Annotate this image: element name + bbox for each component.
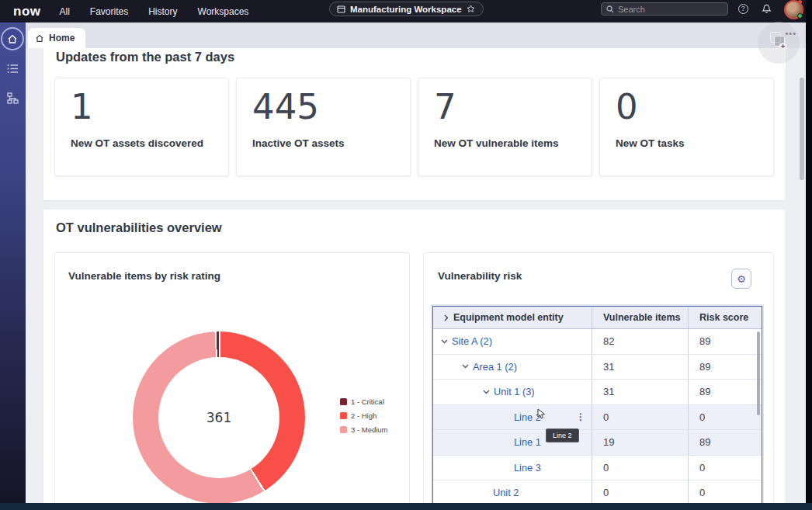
risk-table-body: Site A (2)8289Area 1 (2)3189Unit 1 (3)31…	[433, 329, 762, 506]
overview-section: OT vulnerabilities overview Vulnerable i…	[43, 210, 786, 510]
vulnerable-items-cell: 0	[592, 481, 688, 505]
vulnerable-items-cell: 31	[592, 380, 688, 404]
tab-overflow-menu[interactable]: •••	[785, 29, 796, 38]
nav-menu: AllFavoritesHistoryWorkspaces	[60, 6, 249, 17]
kebab-menu-icon[interactable]: ⋮	[576, 411, 585, 422]
risk-rating-chart-card: Vulnerable items by risk rating 361 1 - …	[54, 252, 410, 510]
risk-table-row: Line 11989	[433, 430, 762, 456]
top-nav: now AllFavoritesHistoryWorkspaces Manufa…	[0, 0, 812, 23]
stat-card[interactable]: 1New OT assets discovered	[54, 78, 229, 176]
sidebar-home-button[interactable]	[1, 27, 24, 50]
search-input[interactable]	[618, 5, 728, 14]
equipment-cell: Site A (2)	[433, 329, 592, 354]
risk-donut-chart[interactable]: 361	[133, 331, 305, 504]
stat-label: Inactive OT assets	[252, 137, 410, 149]
stat-card[interactable]: 0New OT tasks	[599, 78, 774, 176]
table-scrollbar[interactable]	[757, 331, 760, 415]
equipment-cell: Line 3	[433, 456, 592, 481]
row-tooltip: Line 2	[546, 428, 579, 442]
risk-score-cell: 89	[688, 329, 761, 354]
column-risk-score[interactable]: Risk score	[688, 307, 761, 328]
nav-item-workspaces[interactable]: Workspaces	[198, 6, 249, 17]
sidebar-hierarchy-icon[interactable]	[7, 92, 19, 107]
legend-label: 2 - High	[351, 411, 377, 420]
chevron-down-icon[interactable]	[462, 364, 469, 369]
vulnerable-items-cell: 31	[592, 355, 688, 380]
equipment-cell: Unit 2	[433, 481, 592, 505]
help-icon[interactable]: ?	[737, 2, 749, 15]
stat-value: 7	[434, 88, 592, 127]
tab-bar: Home •••	[26, 23, 806, 48]
app-window: now AllFavoritesHistoryWorkspaces Manufa…	[0, 0, 812, 510]
stat-card[interactable]: 7New OT vulnerable items	[418, 78, 592, 176]
nav-item-all[interactable]: All	[60, 6, 70, 17]
workspace-switcher[interactable]: Manufacturing Workspace	[329, 2, 484, 16]
equipment-link[interactable]: Unit 1 (3)	[494, 386, 535, 397]
equipment-link[interactable]: Area 1 (2)	[473, 361, 517, 373]
user-avatar[interactable]	[784, 0, 803, 19]
avatar-badge	[798, 0, 802, 4]
global-search[interactable]	[601, 2, 728, 16]
servicenow-logo[interactable]: now	[13, 4, 41, 19]
legend-swatch	[340, 426, 347, 433]
notifications-icon[interactable]	[760, 2, 772, 15]
overview-title: OT vulnerabilities overview	[56, 220, 222, 235]
column-equipment[interactable]: Equipment model entity	[433, 312, 592, 323]
equipment-link[interactable]: Line 2	[514, 411, 541, 423]
donut-total: 361	[206, 410, 231, 425]
nav-item-favorites[interactable]: Favorites	[90, 6, 128, 17]
tab-home[interactable]: Home	[28, 28, 85, 48]
equipment-link[interactable]: Line 3	[514, 462, 541, 474]
risk-card-title: Vulnerability risk	[438, 270, 522, 282]
vulnerable-items-cell: 19	[592, 430, 688, 455]
column-vulnerable-items[interactable]: Vulnerable items	[592, 307, 688, 328]
equipment-link[interactable]: Line 1	[514, 436, 541, 448]
risk-table-row: Area 1 (2)3189	[433, 355, 762, 380]
vulnerable-items-cell: 0	[592, 405, 688, 430]
gear-icon[interactable]: ⚙	[731, 269, 751, 289]
risk-table-row: Unit 1 (3)3189	[433, 380, 762, 405]
legend-swatch	[340, 398, 347, 405]
stat-value: 445	[252, 88, 410, 127]
stat-label: New OT assets discovered	[71, 137, 228, 149]
legend-swatch	[340, 412, 347, 419]
stat-value: 1	[71, 88, 228, 127]
donut-hole: 361	[158, 357, 279, 478]
favorite-star-icon[interactable]	[467, 5, 475, 13]
updates-title: Updates from the past 7 days	[56, 50, 234, 64]
risk-score-cell: 89	[688, 355, 761, 380]
risk-score-cell: 0	[688, 405, 761, 430]
legend-label: 1 - Critical	[351, 397, 384, 406]
screen-right-edge	[806, 0, 812, 510]
equipment-link[interactable]: Site A (2)	[452, 335, 492, 347]
vulnerable-items-cell: 82	[592, 329, 688, 354]
equipment-cell: Area 1 (2)	[433, 355, 592, 380]
chart-card-title: Vulnerable items by risk rating	[68, 270, 220, 282]
page-scrollbar[interactable]	[800, 78, 804, 180]
risk-table-row: Line 2⋮00	[433, 405, 762, 431]
chevron-down-icon[interactable]	[441, 339, 448, 344]
left-sidebar	[0, 23, 26, 510]
vulnerability-risk-card: Vulnerability risk ⚙ Equipment model ent…	[423, 252, 774, 510]
risk-score-cell: 0	[688, 456, 761, 481]
stat-value: 0	[616, 88, 773, 127]
legend-item: 1 - Critical	[340, 397, 388, 406]
tab-home-label: Home	[49, 33, 75, 43]
risk-table-row: Unit 200	[433, 481, 762, 506]
stat-card[interactable]: 445Inactive OT assets	[236, 78, 411, 176]
chevron-down-icon[interactable]	[483, 390, 490, 394]
sidebar-list-icon[interactable]	[7, 63, 19, 77]
chevron-right-icon	[444, 314, 449, 321]
risk-score-cell: 89	[688, 430, 761, 455]
screen-bottom-bar	[0, 503, 812, 510]
equipment-link[interactable]: Unit 2	[493, 487, 519, 498]
risk-table-row: Line 300	[433, 456, 762, 481]
nav-item-history[interactable]: History	[148, 6, 177, 17]
risk-table-row: Site A (2)8289	[433, 329, 762, 355]
vulnerable-items-cell: 0	[592, 456, 688, 481]
risk-score-cell: 89	[688, 380, 761, 404]
risk-table: Equipment model entity Vulnerable items …	[432, 306, 762, 507]
risk-table-header: Equipment model entity Vulnerable items …	[433, 307, 762, 329]
stat-label: New OT tasks	[616, 137, 773, 149]
risk-score-cell: 0	[688, 481, 761, 505]
